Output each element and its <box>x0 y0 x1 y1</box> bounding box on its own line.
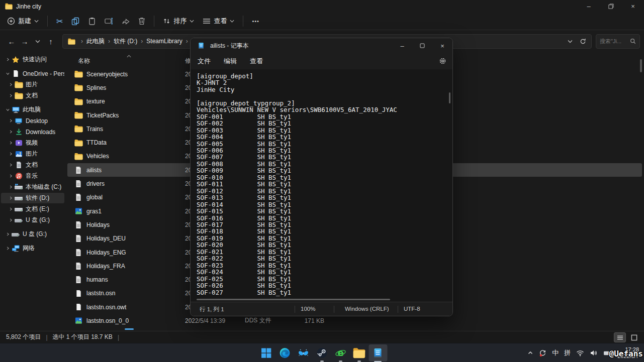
tree-expander-icon[interactable] <box>4 246 11 251</box>
settings-gear-icon[interactable] <box>439 57 446 65</box>
notepad-menubar: 文件 编辑 查看 <box>191 53 452 69</box>
taskbar-notepad-button[interactable] <box>369 344 387 361</box>
taskbar-steam-button[interactable] <box>313 343 331 362</box>
taskbar-explorer-button[interactable] <box>350 343 369 362</box>
sidebar-item[interactable]: 快速访问 <box>1 54 64 65</box>
sidebar-item[interactable]: 音乐 <box>1 171 64 181</box>
tree-expander-icon[interactable] <box>7 163 14 167</box>
more-button[interactable]: ••• <box>252 18 259 24</box>
file-name: Holidays_DEU <box>86 235 126 242</box>
search-input[interactable] <box>600 38 630 44</box>
tree-expander-icon[interactable] <box>7 174 14 178</box>
taskbar-start-button[interactable] <box>257 343 275 362</box>
close-button[interactable]: × <box>622 0 644 13</box>
sidebar-item[interactable]: 网络 <box>1 243 64 254</box>
start-icon <box>260 347 272 359</box>
column-header-name[interactable]: 名称 <box>78 57 90 65</box>
sidebar-item[interactable]: U 盘 (G:) <box>1 215 64 225</box>
up-button[interactable]: ↑ <box>44 37 57 46</box>
recent-locations-button[interactable] <box>31 40 44 43</box>
textfile-icon <box>73 193 83 201</box>
details-view-button[interactable] <box>614 332 626 342</box>
tree-expander-icon[interactable] <box>7 93 14 98</box>
sidebar-item[interactable]: OneDrive - Persona <box>1 68 64 79</box>
share-button[interactable] <box>122 17 130 25</box>
breadcrumb-item[interactable]: 软件 (D:) <box>114 37 137 46</box>
view-button[interactable]: 查看 <box>203 17 234 26</box>
volume-icon[interactable] <box>590 349 598 356</box>
sidebar-item[interactable]: Downloads <box>1 127 64 137</box>
tree-expander-icon[interactable] <box>7 130 14 134</box>
sidebar-item[interactable]: 文档 <box>1 160 64 170</box>
back-button[interactable]: ← <box>5 37 18 46</box>
watermark: @Uefans <box>609 349 643 358</box>
wifi-icon[interactable] <box>576 350 584 356</box>
ime-language-button[interactable]: 中 <box>552 348 559 357</box>
menu-edit[interactable]: 编辑 <box>224 57 237 66</box>
paste-button[interactable] <box>88 17 96 25</box>
taskbar-green-e-button[interactable]: e <box>331 343 350 362</box>
sidebar-item[interactable]: Desktop <box>1 115 64 126</box>
file-name: Holidays_FRA <box>86 263 125 270</box>
file-type: DDS 文件 <box>245 316 271 325</box>
minimize-button[interactable]: – <box>578 0 600 13</box>
tray-chevron-up-icon[interactable] <box>527 350 533 356</box>
notepad-text-area[interactable]: [aigroup_depot] K-JHNT 2 JinHe City [aig… <box>191 69 452 302</box>
restore-button[interactable] <box>600 0 622 13</box>
breadcrumb-item[interactable]: SteamLibrary <box>146 38 182 45</box>
sort-button[interactable]: 排序 <box>163 17 194 26</box>
tree-expander-icon[interactable] <box>7 141 14 145</box>
notepad-titlebar[interactable]: ailists - 记事本 – × <box>191 38 452 53</box>
refresh-icon[interactable] <box>580 38 586 45</box>
sidebar-item[interactable]: 文档 <box>1 90 64 101</box>
sidebar-item[interactable]: 图片 <box>1 79 64 90</box>
copy-button[interactable] <box>71 17 79 25</box>
sidebar-item[interactable]: 文档 (E:) <box>1 204 64 214</box>
forward-button[interactable]: → <box>18 37 31 46</box>
plainfile-icon <box>73 303 83 311</box>
tree-expander-icon[interactable] <box>7 152 14 156</box>
explorer-vertical-scrollbar[interactable] <box>640 59 642 72</box>
sort-label: 排序 <box>173 17 187 26</box>
thumbnail-view-button[interactable] <box>628 332 640 342</box>
menu-file[interactable]: 文件 <box>198 57 211 66</box>
taskbar-edge-button[interactable] <box>275 343 294 362</box>
disk-icon <box>14 195 23 202</box>
notepad-horizontal-scrollbar[interactable] <box>197 299 390 300</box>
sidebar-item[interactable]: 图片 <box>1 149 64 159</box>
tree-expander-icon[interactable] <box>7 207 14 211</box>
new-button[interactable]: 新建 <box>7 17 39 26</box>
breadcrumb-separator: › <box>105 38 114 45</box>
breadcrumb-item[interactable]: 此电脑 <box>86 37 105 46</box>
tree-expander-icon[interactable] <box>7 82 14 87</box>
address-dropdown-icon[interactable] <box>568 40 573 43</box>
tree-expander-icon[interactable] <box>7 218 14 222</box>
notepad-vertical-scrollbar[interactable] <box>449 92 450 103</box>
sidebar-item[interactable]: 本地磁盘 (C:) <box>1 182 64 192</box>
tree-expander-icon[interactable] <box>4 232 11 236</box>
taskbar-butterfly-button[interactable] <box>294 343 313 362</box>
notepad-text[interactable]: [aigroup_depot] K-JHNT 2 JinHe City [aig… <box>191 69 452 296</box>
tree-expander-icon[interactable] <box>7 185 14 189</box>
explorer-horizontal-scrollbar[interactable] <box>125 328 134 330</box>
menu-view[interactable]: 查看 <box>250 57 263 66</box>
tree-expander-icon[interactable] <box>4 107 11 112</box>
tree-expander-icon[interactable] <box>7 118 14 123</box>
delete-button[interactable] <box>138 17 145 25</box>
ime-mode-button[interactable]: 拼 <box>564 348 571 357</box>
sidebar-item[interactable]: 视频 <box>1 138 64 148</box>
search-box[interactable] <box>596 34 640 49</box>
notepad-close-button[interactable]: × <box>432 38 452 53</box>
tree-expander-icon[interactable] <box>4 71 11 76</box>
sidebar-item[interactable]: U 盘 (G:) <box>1 229 64 239</box>
tree-expander-icon[interactable] <box>4 57 11 62</box>
explorer-tab[interactable]: Jinhe city <box>0 3 41 10</box>
cut-button[interactable]: ✂ <box>56 17 63 26</box>
tree-expander-icon[interactable] <box>7 196 14 200</box>
sidebar-item[interactable]: 软件 (D:) <box>1 193 64 203</box>
sidebar-item[interactable]: 此电脑 <box>1 104 64 115</box>
sync-error-icon[interactable] <box>539 349 546 357</box>
notepad-minimize-button[interactable]: – <box>392 38 412 53</box>
notepad-maximize-button[interactable] <box>412 38 432 53</box>
rename-button[interactable] <box>105 18 113 25</box>
